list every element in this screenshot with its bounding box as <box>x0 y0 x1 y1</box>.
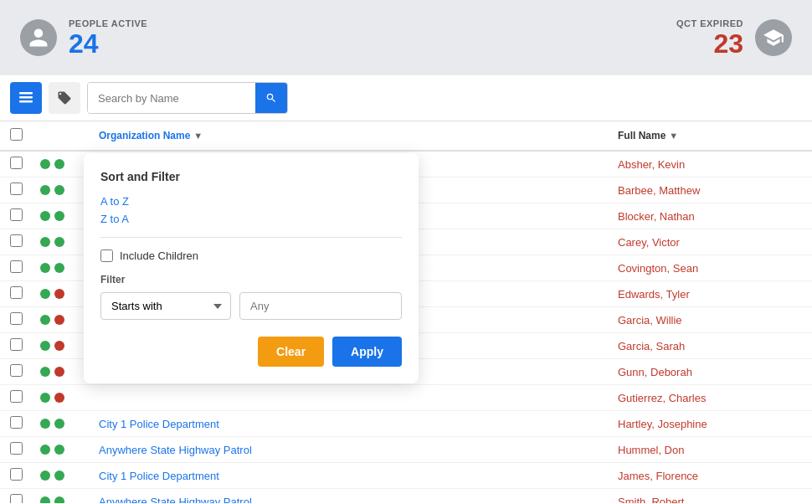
row-check-cell[interactable] <box>10 157 40 172</box>
org-name-cell[interactable]: City 1 Police Department <box>99 418 618 430</box>
select-all-cell[interactable] <box>10 128 40 143</box>
status-dot-red <box>54 367 64 377</box>
status-dot-green <box>54 237 64 247</box>
status-dot-green <box>40 237 50 247</box>
status-dots <box>40 445 99 455</box>
full-name-cell[interactable]: Garcia, Willie <box>618 314 802 327</box>
row-checkbox[interactable] <box>10 260 23 273</box>
full-name-header-label[interactable]: Full Name ▼ <box>618 130 802 141</box>
row-checkbox[interactable] <box>10 312 23 325</box>
row-check-cell[interactable] <box>10 338 40 353</box>
include-children-label: Include Children <box>120 249 198 262</box>
include-children-checkbox[interactable] <box>100 249 113 262</box>
row-checkbox[interactable] <box>10 338 23 351</box>
clear-button[interactable]: Clear <box>258 337 324 367</box>
row-checkbox[interactable] <box>10 234 23 247</box>
status-dot-green <box>54 185 64 195</box>
sort-a-z-link[interactable]: A to Z <box>100 195 402 208</box>
full-name-cell[interactable]: Gunn, Deborah <box>618 366 802 378</box>
status-dot-green <box>40 263 50 273</box>
row-check-cell[interactable] <box>10 183 40 198</box>
list-view-button[interactable] <box>10 82 42 114</box>
search-input[interactable] <box>88 83 255 113</box>
row-check-cell[interactable] <box>10 442 40 457</box>
row-check-cell[interactable] <box>10 234 40 249</box>
row-checkbox[interactable] <box>10 416 23 429</box>
full-name-cell[interactable]: Hummel, Don <box>618 444 802 456</box>
row-check-cell[interactable] <box>10 364 40 379</box>
full-name-cell[interactable]: Hartley, Josephine <box>618 418 802 430</box>
status-dot-green <box>40 445 50 455</box>
status-dots <box>40 496 99 503</box>
qct-expired-label: QCT EXPIRED <box>676 18 743 28</box>
filter-section-label: Filter <box>100 274 402 285</box>
select-all-checkbox[interactable] <box>10 128 23 141</box>
status-dot-green <box>40 496 50 503</box>
row-check-cell[interactable] <box>10 468 40 483</box>
row-checkbox[interactable] <box>10 390 23 403</box>
table-row: City 1 Police DepartmentJames, Florence <box>0 463 812 489</box>
full-name-cell[interactable]: Gutierrez, Charles <box>618 392 802 404</box>
sort-filter-dropdown: Sort and Filter A to Z Z to A Include Ch… <box>84 153 419 383</box>
status-dot-green <box>40 367 50 377</box>
full-name-header[interactable]: Full Name ▼ <box>618 130 802 141</box>
row-check-cell[interactable] <box>10 312 40 327</box>
row-checkbox[interactable] <box>10 286 23 299</box>
full-name-cell[interactable]: Barbee, Matthew <box>618 184 802 197</box>
row-check-cell[interactable] <box>10 260 40 275</box>
full-name-cell[interactable]: Garcia, Sarah <box>618 340 802 352</box>
dropdown-title: Sort and Filter <box>100 170 402 183</box>
row-checkbox[interactable] <box>10 468 23 481</box>
svg-rect-0 <box>19 92 33 95</box>
row-checkbox[interactable] <box>10 183 23 195</box>
status-dot-green <box>40 341 50 351</box>
status-dot-red <box>54 315 64 325</box>
svg-rect-2 <box>19 100 33 103</box>
filter-value-input[interactable] <box>239 292 402 320</box>
status-dot-green <box>54 159 64 169</box>
search-button[interactable] <box>255 82 287 114</box>
status-dot-green <box>54 471 64 481</box>
full-name-cell[interactable]: Smith, Robert <box>618 496 802 504</box>
full-name-cell[interactable]: Absher, Kevin <box>618 158 802 171</box>
filter-row: Starts withContainsEqualsEnds with <box>100 292 402 320</box>
row-check-cell[interactable] <box>10 494 40 503</box>
status-dot-green <box>40 419 50 429</box>
row-check-cell[interactable] <box>10 208 40 224</box>
table-header: Organization Name ▼ Full Name ▼ <box>0 121 812 152</box>
status-dot-green <box>54 445 64 455</box>
row-check-cell[interactable] <box>10 416 40 431</box>
include-children-row: Include Children <box>100 249 402 262</box>
org-name-cell[interactable]: Anywhere State Highway Patrol <box>99 444 618 456</box>
row-check-cell[interactable] <box>10 390 40 405</box>
org-name-header[interactable]: Organization Name ▼ <box>99 130 618 141</box>
tag-view-button[interactable] <box>49 82 80 114</box>
org-name-header-label[interactable]: Organization Name ▼ <box>99 130 618 141</box>
status-dot-red <box>54 393 64 403</box>
org-name-cell[interactable]: Anywhere State Highway Patrol <box>99 496 618 504</box>
qct-expired-info: QCT EXPIRED 23 <box>676 18 743 57</box>
row-checkbox[interactable] <box>10 442 23 455</box>
row-checkbox[interactable] <box>10 364 23 377</box>
status-dot-green <box>40 159 50 169</box>
sort-z-a-link[interactable]: Z to A <box>100 213 402 225</box>
full-name-cell[interactable]: Edwards, Tyler <box>618 288 802 301</box>
org-name-cell[interactable]: City 1 Police Department <box>99 470 618 482</box>
people-active-label: PEOPLE ACTIVE <box>69 18 147 28</box>
row-check-cell[interactable] <box>10 286 40 301</box>
status-dot-green <box>40 289 50 299</box>
full-name-cell[interactable]: Blocker, Nathan <box>618 210 802 223</box>
apply-button[interactable]: Apply <box>332 337 402 367</box>
row-checkbox[interactable] <box>10 208 23 221</box>
full-name-cell[interactable]: James, Florence <box>618 470 802 482</box>
dropdown-divider <box>100 237 402 238</box>
filter-type-select[interactable]: Starts withContainsEqualsEnds with <box>100 292 231 320</box>
full-name-cell[interactable]: Covington, Sean <box>618 262 802 275</box>
row-checkbox[interactable] <box>10 157 23 169</box>
people-active-info: PEOPLE ACTIVE 24 <box>69 18 147 57</box>
people-active-block: PEOPLE ACTIVE 24 <box>20 18 147 57</box>
name-sort-icon: ▼ <box>669 131 678 141</box>
row-checkbox[interactable] <box>10 494 23 503</box>
full-name-cell[interactable]: Carey, Victor <box>618 236 802 249</box>
table-row: Anywhere State Highway PatrolSmith, Robe… <box>0 489 812 503</box>
